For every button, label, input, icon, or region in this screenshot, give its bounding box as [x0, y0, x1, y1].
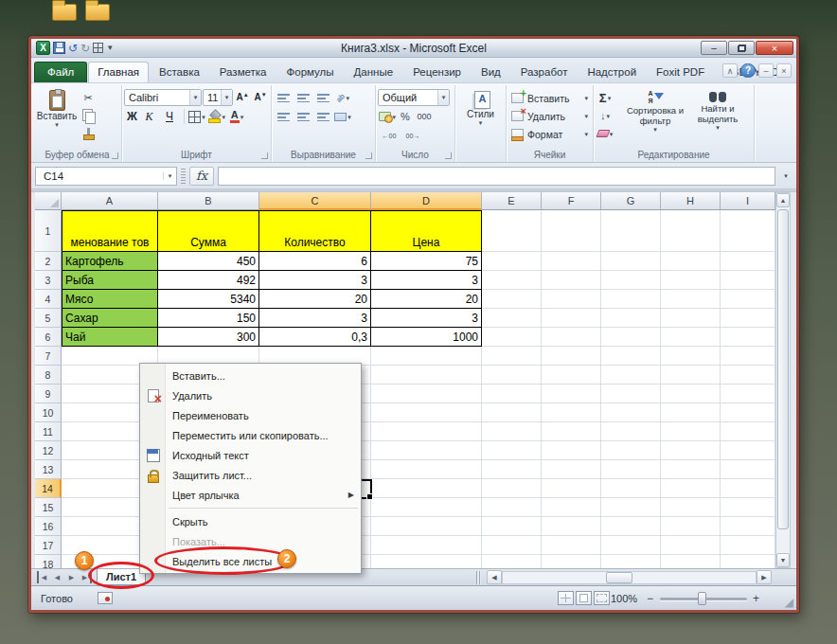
tab-insert[interactable]: Вставка: [150, 62, 209, 82]
cell-F14[interactable]: [542, 479, 601, 498]
cell-D17[interactable]: [371, 536, 482, 555]
cell-D8[interactable]: [371, 366, 482, 385]
cell-I8[interactable]: [721, 366, 775, 385]
menu-item-tab-color[interactable]: Цвет ярлычка▶: [140, 485, 361, 505]
autosum-button[interactable]: Σ▾: [596, 89, 614, 106]
cell-I17[interactable]: [721, 536, 775, 555]
cell-E13[interactable]: [482, 460, 542, 479]
formula-bar-handle[interactable]: [181, 169, 186, 184]
formula-bar-expand-icon[interactable]: ▾: [779, 167, 792, 186]
cell-H1[interactable]: [661, 210, 721, 252]
cell-G10[interactable]: [601, 403, 661, 422]
cell-E5[interactable]: [482, 309, 542, 328]
row-header-7[interactable]: 7: [35, 347, 62, 366]
cell-E4[interactable]: [482, 290, 542, 309]
cell-D1[interactable]: Цена: [371, 210, 482, 252]
dialog-launcher-icon[interactable]: [112, 152, 118, 159]
row-header-17[interactable]: 17: [35, 536, 62, 555]
name-box-dropdown-icon[interactable]: ▾: [163, 172, 176, 180]
column-header-B[interactable]: B: [158, 192, 259, 210]
row-header-16[interactable]: 16: [35, 517, 62, 536]
cell-G5[interactable]: [601, 309, 661, 328]
cell-F8[interactable]: [542, 366, 601, 385]
tab-area-splitter[interactable]: [476, 571, 481, 584]
cell-D6[interactable]: 1000: [371, 328, 482, 347]
cell-F15[interactable]: [542, 498, 601, 517]
cell-A1[interactable]: менование тов: [62, 210, 158, 252]
cell-E16[interactable]: [482, 517, 542, 536]
cell-H11[interactable]: [661, 422, 721, 441]
cell-H8[interactable]: [661, 366, 721, 385]
formula-input[interactable]: [218, 167, 775, 186]
tab-home[interactable]: Главная: [88, 62, 149, 82]
page-layout-view-button[interactable]: [576, 591, 592, 605]
cell-E2[interactable]: [482, 252, 542, 271]
row-header-13[interactable]: 13: [35, 460, 62, 479]
restore-button[interactable]: [728, 41, 755, 55]
cell-G11[interactable]: [601, 422, 661, 441]
cell-F3[interactable]: [542, 271, 601, 290]
format-cells-button[interactable]: Формат▾: [508, 125, 591, 143]
font-size-combo[interactable]: 11▾: [203, 89, 233, 106]
cell-I3[interactable]: [721, 271, 775, 290]
accounting-format-button[interactable]: ▾: [378, 108, 397, 125]
cell-G7[interactable]: [601, 347, 661, 366]
cell-B6[interactable]: 300: [158, 328, 259, 347]
row-header-5[interactable]: 5: [35, 309, 62, 328]
help-icon[interactable]: ?: [740, 63, 756, 78]
cell-F11[interactable]: [542, 422, 601, 441]
column-header-I[interactable]: I: [721, 192, 775, 210]
menu-item-rename[interactable]: Переименовать: [140, 405, 361, 425]
horizontal-scroll-thumb[interactable]: [606, 572, 632, 583]
cell-C6[interactable]: 0,3: [259, 328, 371, 347]
font-name-combo[interactable]: Calibri▾: [124, 89, 202, 106]
cell-I1[interactable]: [721, 210, 775, 252]
workbook-close-icon[interactable]: ×: [776, 63, 792, 78]
zoom-slider-thumb[interactable]: [698, 592, 706, 605]
cell-E6[interactable]: [482, 328, 542, 347]
delete-cells-button[interactable]: Удалить▾: [508, 107, 591, 125]
align-center-button[interactable]: [294, 108, 312, 125]
cell-A2[interactable]: Картофель: [62, 252, 158, 271]
resize-grip-icon[interactable]: ◢: [785, 596, 793, 609]
cell-D18[interactable]: [371, 555, 482, 568]
cell-F17[interactable]: [542, 536, 601, 555]
cell-G13[interactable]: [601, 460, 661, 479]
cell-F2[interactable]: [542, 252, 601, 271]
cell-D13[interactable]: [371, 460, 482, 479]
row-header-12[interactable]: 12: [35, 441, 62, 460]
cell-C3[interactable]: 3: [259, 271, 371, 290]
align-right-button[interactable]: [313, 108, 332, 125]
cell-H7[interactable]: [661, 347, 721, 366]
close-button[interactable]: ×: [756, 41, 793, 55]
cell-E3[interactable]: [482, 271, 542, 290]
name-box[interactable]: C14 ▾: [35, 167, 177, 186]
dialog-launcher-icon[interactable]: [365, 152, 372, 159]
cell-C4[interactable]: 20: [259, 290, 371, 309]
menu-item-delete[interactable]: Удалить: [140, 385, 361, 405]
cell-I5[interactable]: [721, 309, 775, 328]
scroll-down-icon[interactable]: ▼: [776, 553, 790, 567]
number-format-combo[interactable]: Общий▾: [378, 89, 450, 106]
cell-I13[interactable]: [721, 460, 775, 479]
menu-item-view-code[interactable]: Исходный текст: [140, 445, 361, 465]
menu-item-insert[interactable]: Вставить...: [140, 366, 361, 385]
cell-H3[interactable]: [661, 271, 721, 290]
cell-D2[interactable]: 75: [371, 252, 482, 271]
cell-C1[interactable]: Количество: [259, 210, 371, 252]
combo-arrow-icon[interactable]: ▾: [189, 90, 201, 105]
row-header-1[interactable]: 1: [35, 210, 62, 252]
menu-item-protect-sheet[interactable]: Защитить лист...: [140, 465, 361, 485]
cell-F4[interactable]: [542, 290, 601, 309]
cell-D5[interactable]: 3: [371, 309, 482, 328]
row-header-4[interactable]: 4: [35, 290, 62, 309]
paste-button[interactable]: Вставить ▾: [35, 86, 79, 148]
cell-B4[interactable]: 5340: [158, 290, 259, 309]
cell-E8[interactable]: [482, 366, 542, 385]
comma-style-button[interactable]: 000: [414, 108, 435, 125]
cell-E10[interactable]: [482, 403, 542, 422]
row-header-10[interactable]: 10: [35, 403, 62, 422]
column-header-G[interactable]: G: [601, 192, 661, 210]
row-header-9[interactable]: 9: [35, 385, 62, 403]
cell-D9[interactable]: [371, 385, 482, 403]
